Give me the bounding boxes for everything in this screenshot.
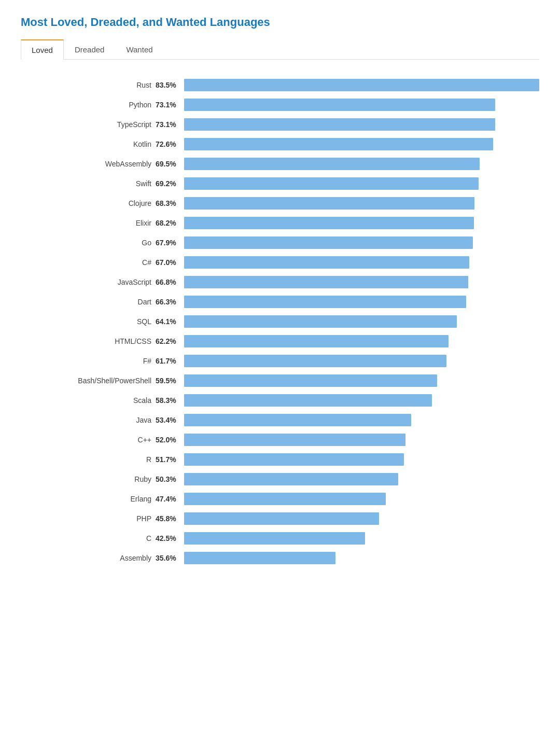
bar-fill	[184, 434, 405, 446]
bar-language-label: PHP	[21, 514, 156, 523]
bar-pct-label: 45.8%	[156, 514, 184, 523]
bar-track	[184, 177, 539, 190]
bar-row: Java53.4%	[21, 410, 539, 430]
bar-row: Rust83.5%	[21, 75, 539, 95]
bar-language-label: Rust	[21, 81, 156, 89]
bar-language-label: Erlang	[21, 495, 156, 503]
bar-fill	[184, 493, 386, 505]
bar-fill	[184, 256, 469, 269]
bar-language-label: Elixir	[21, 219, 156, 227]
bar-language-label: Scala	[21, 396, 156, 405]
bar-language-label: SQL	[21, 317, 156, 326]
bar-pct-label: 62.2%	[156, 337, 184, 345]
tab-loved[interactable]: Loved	[21, 39, 64, 60]
bar-fill	[184, 473, 398, 485]
bar-fill	[184, 335, 449, 347]
bar-track	[184, 158, 539, 170]
bar-row: WebAssembly69.5%	[21, 154, 539, 174]
bar-chart: Rust83.5%Python73.1%TypeScript73.1%Kotli…	[21, 75, 539, 568]
bar-fill	[184, 217, 474, 229]
bar-track	[184, 99, 539, 111]
bar-track	[184, 374, 539, 387]
bar-fill	[184, 79, 539, 91]
bar-language-label: Swift	[21, 179, 156, 188]
bar-track	[184, 335, 539, 347]
bar-track	[184, 394, 539, 407]
bar-language-label: Ruby	[21, 475, 156, 483]
bar-fill	[184, 276, 468, 288]
bar-fill	[184, 532, 365, 545]
bar-row: Erlang47.4%	[21, 489, 539, 509]
bar-row: F#61.7%	[21, 351, 539, 371]
bar-row: PHP45.8%	[21, 509, 539, 528]
bar-track	[184, 256, 539, 269]
bar-row: Kotlin72.6%	[21, 134, 539, 154]
bar-pct-label: 69.2%	[156, 179, 184, 188]
bar-track	[184, 355, 539, 367]
bar-track	[184, 414, 539, 426]
bar-language-label: Assembly	[21, 554, 156, 562]
bar-track	[184, 493, 539, 505]
bar-fill	[184, 158, 480, 170]
bar-fill	[184, 236, 473, 249]
bar-fill	[184, 394, 432, 407]
bar-pct-label: 66.3%	[156, 298, 184, 306]
bar-track	[184, 79, 539, 91]
bar-track	[184, 512, 539, 525]
bar-language-label: TypeScript	[21, 120, 156, 129]
bar-pct-label: 68.2%	[156, 219, 184, 227]
page-title: Most Loved, Dreaded, and Wanted Language…	[21, 16, 539, 29]
bar-pct-label: 53.4%	[156, 416, 184, 424]
bar-row: TypeScript73.1%	[21, 115, 539, 134]
bar-row: Go67.9%	[21, 233, 539, 253]
bar-track	[184, 197, 539, 210]
bar-language-label: Java	[21, 416, 156, 424]
bar-row: Scala58.3%	[21, 391, 539, 410]
bar-track	[184, 552, 539, 564]
bar-fill	[184, 177, 479, 190]
bar-pct-label: 69.5%	[156, 160, 184, 168]
bar-row: C42.5%	[21, 528, 539, 548]
bar-fill	[184, 552, 335, 564]
tab-dreaded[interactable]: Dreaded	[64, 39, 116, 60]
bar-fill	[184, 414, 411, 426]
bar-language-label: C++	[21, 436, 156, 444]
bar-row: SQL64.1%	[21, 312, 539, 331]
bar-pct-label: 83.5%	[156, 81, 184, 89]
bar-pct-label: 59.5%	[156, 377, 184, 385]
bar-language-label: F#	[21, 357, 156, 365]
bar-fill	[184, 355, 446, 367]
bar-pct-label: 67.0%	[156, 258, 184, 267]
bar-track	[184, 473, 539, 485]
bar-language-label: Clojure	[21, 199, 156, 207]
bar-language-label: WebAssembly	[21, 160, 156, 168]
bar-pct-label: 64.1%	[156, 317, 184, 326]
bar-track	[184, 217, 539, 229]
tab-wanted[interactable]: Wanted	[115, 39, 163, 60]
bar-track	[184, 315, 539, 328]
bar-track	[184, 434, 539, 446]
bar-pct-label: 52.0%	[156, 436, 184, 444]
bar-language-label: Go	[21, 239, 156, 247]
bar-fill	[184, 296, 466, 308]
bar-pct-label: 66.8%	[156, 278, 184, 286]
bar-row: C#67.0%	[21, 253, 539, 272]
bar-fill	[184, 99, 495, 111]
bar-fill	[184, 512, 379, 525]
bar-pct-label: 73.1%	[156, 120, 184, 129]
bar-pct-label: 50.3%	[156, 475, 184, 483]
bar-pct-label: 68.3%	[156, 199, 184, 207]
bar-language-label: Kotlin	[21, 140, 156, 148]
bar-fill	[184, 138, 493, 150]
bar-language-label: C#	[21, 258, 156, 267]
bar-row: Bash/Shell/PowerShell59.5%	[21, 371, 539, 391]
bar-pct-label: 47.4%	[156, 495, 184, 503]
bar-track	[184, 138, 539, 150]
bar-language-label: Python	[21, 101, 156, 109]
bar-row: Elixir68.2%	[21, 213, 539, 233]
bar-row: HTML/CSS62.2%	[21, 331, 539, 351]
bar-row: Clojure68.3%	[21, 193, 539, 213]
bar-row: Ruby50.3%	[21, 469, 539, 489]
bar-row: Python73.1%	[21, 95, 539, 115]
bar-language-label: R	[21, 455, 156, 464]
